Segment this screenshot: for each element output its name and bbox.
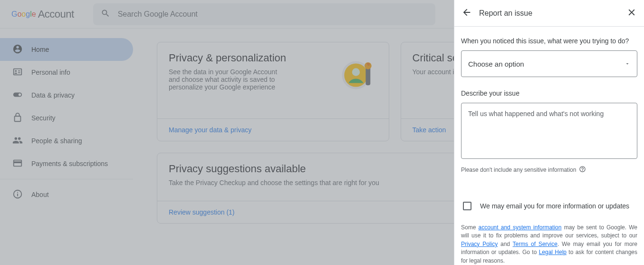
- legal-help-link[interactable]: Legal Help: [539, 249, 567, 255]
- legal-disclaimer: Some account and system information may …: [461, 224, 637, 265]
- back-button[interactable]: [461, 8, 472, 19]
- close-icon: [626, 7, 637, 20]
- account-info-link[interactable]: account and system information: [479, 224, 562, 231]
- panel-header: Report an issue: [454, 0, 644, 27]
- email-opt-in-checkbox[interactable]: [463, 202, 471, 210]
- question-2-label: Describe your issue: [461, 89, 637, 97]
- privacy-policy-link[interactable]: Privacy Policy: [461, 241, 498, 247]
- describe-issue-textarea[interactable]: [461, 103, 637, 159]
- close-button[interactable]: [626, 8, 637, 19]
- terms-link[interactable]: Terms of Service: [513, 241, 557, 247]
- arrow-back-icon: [461, 7, 472, 20]
- help-icon[interactable]: [579, 166, 586, 174]
- issue-action-select[interactable]: Choose an option: [461, 50, 637, 77]
- panel-title: Report an issue: [479, 9, 626, 18]
- sensitive-info-hint: Please don't include any sensitive infor…: [461, 166, 637, 174]
- question-1-label: When you noticed this issue, what were y…: [461, 37, 637, 45]
- email-opt-in-label: We may email you for more information or…: [480, 202, 629, 210]
- select-value: Choose an option: [468, 60, 524, 68]
- dropdown-icon: [625, 60, 630, 68]
- report-issue-panel: Report an issue When you noticed this is…: [454, 0, 644, 265]
